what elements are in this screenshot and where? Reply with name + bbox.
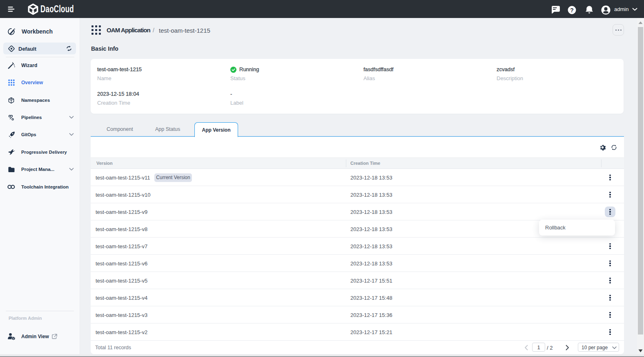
svg-text:?: ? xyxy=(570,7,574,13)
